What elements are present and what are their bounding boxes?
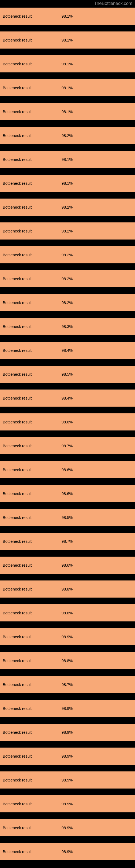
result-label: Bottleneck result	[3, 277, 61, 281]
result-value: 98.2%	[61, 133, 73, 138]
result-row: Bottleneck result98.3%	[0, 318, 135, 335]
result-value: 98.1%	[61, 38, 73, 42]
result-label: Bottleneck result	[3, 778, 61, 782]
result-label: Bottleneck result	[3, 730, 61, 735]
result-row: Bottleneck result98.5%	[0, 366, 135, 383]
result-row: Bottleneck result98.1%	[0, 79, 135, 96]
result-row: Bottleneck result98.2%	[0, 127, 135, 144]
result-value: 98.9%	[61, 849, 73, 854]
result-value: 98.9%	[61, 778, 73, 782]
result-label: Bottleneck result	[3, 682, 61, 687]
result-row: Bottleneck result98.1%	[0, 151, 135, 168]
result-row: Bottleneck result98.9%	[0, 628, 135, 645]
result-label: Bottleneck result	[3, 181, 61, 186]
result-row: Bottleneck result98.6%	[0, 557, 135, 574]
result-value: 98.4%	[61, 396, 73, 400]
result-value: 98.9%	[61, 802, 73, 806]
result-value: 98.8%	[61, 659, 73, 663]
result-row: Bottleneck result98.7%	[0, 676, 135, 693]
result-value: 98.2%	[61, 205, 73, 209]
result-value: 98.3%	[61, 324, 73, 329]
result-label: Bottleneck result	[3, 372, 61, 376]
result-label: Bottleneck result	[3, 110, 61, 114]
result-value: 98.1%	[61, 14, 73, 19]
result-label: Bottleneck result	[3, 611, 61, 615]
result-row: Bottleneck result98.4%	[0, 390, 135, 407]
result-label: Bottleneck result	[3, 444, 61, 448]
result-label: Bottleneck result	[3, 324, 61, 329]
result-label: Bottleneck result	[3, 14, 61, 19]
result-value: 98.8%	[61, 587, 73, 591]
result-row: Bottleneck result98.1%	[0, 8, 135, 25]
result-row: Bottleneck result98.8%	[0, 604, 135, 621]
result-label: Bottleneck result	[3, 635, 61, 639]
result-value: 98.5%	[61, 516, 73, 520]
page-header: TheBottleneck.com	[0, 0, 135, 8]
result-label: Bottleneck result	[3, 587, 61, 591]
result-label: Bottleneck result	[3, 826, 61, 830]
result-value: 98.9%	[61, 730, 73, 735]
result-value: 98.6%	[61, 563, 73, 567]
result-row: Bottleneck result98.6%	[0, 413, 135, 431]
site-title: TheBottleneck.com	[94, 1, 132, 6]
result-label: Bottleneck result	[3, 62, 61, 66]
result-row: Bottleneck result98.2%	[0, 246, 135, 264]
result-row: Bottleneck result98.9%	[0, 700, 135, 717]
result-label: Bottleneck result	[3, 539, 61, 544]
result-row: Bottleneck result98.9%	[0, 748, 135, 765]
result-label: Bottleneck result	[3, 706, 61, 711]
result-value: 98.9%	[61, 754, 73, 758]
result-label: Bottleneck result	[3, 253, 61, 257]
result-label: Bottleneck result	[3, 348, 61, 352]
result-label: Bottleneck result	[3, 492, 61, 496]
result-label: Bottleneck result	[3, 849, 61, 854]
result-row: Bottleneck result98.1%	[0, 103, 135, 120]
result-label: Bottleneck result	[3, 157, 61, 162]
result-label: Bottleneck result	[3, 396, 61, 400]
result-row: Bottleneck result98.9%	[0, 771, 135, 788]
result-label: Bottleneck result	[3, 563, 61, 567]
result-value: 98.1%	[61, 157, 73, 162]
result-value: 98.4%	[61, 348, 73, 352]
result-value: 98.9%	[61, 706, 73, 711]
result-row: Bottleneck result98.9%	[0, 819, 135, 836]
result-value: 98.7%	[61, 682, 73, 687]
result-row: Bottleneck result98.5%	[0, 509, 135, 526]
result-row: Bottleneck result98.1%	[0, 55, 135, 72]
result-value: 98.9%	[61, 635, 73, 639]
result-value: 98.1%	[61, 86, 73, 90]
result-label: Bottleneck result	[3, 38, 61, 42]
result-label: Bottleneck result	[3, 301, 61, 305]
result-row: Bottleneck result98.2%	[0, 270, 135, 287]
result-row: Bottleneck result98.9%	[0, 724, 135, 741]
result-value: 98.7%	[61, 444, 73, 448]
result-row: Bottleneck result98.9%	[0, 795, 135, 812]
result-value: 98.6%	[61, 492, 73, 496]
result-label: Bottleneck result	[3, 802, 61, 806]
result-label: Bottleneck result	[3, 659, 61, 663]
result-row: Bottleneck result98.2%	[0, 294, 135, 311]
result-value: 98.2%	[61, 301, 73, 305]
result-value: 98.1%	[61, 181, 73, 186]
result-label: Bottleneck result	[3, 516, 61, 520]
result-label: Bottleneck result	[3, 133, 61, 138]
result-row: Bottleneck result98.8%	[0, 581, 135, 597]
result-row: Bottleneck result98.2%	[0, 198, 135, 216]
result-row: Bottleneck result98.7%	[0, 437, 135, 454]
result-value: 98.5%	[61, 372, 73, 376]
result-value: 98.6%	[61, 468, 73, 472]
result-row: Bottleneck result98.1%	[0, 175, 135, 192]
result-value: 98.6%	[61, 420, 73, 424]
result-value: 98.2%	[61, 229, 73, 233]
result-row: Bottleneck result98.4%	[0, 342, 135, 359]
result-row: Bottleneck result98.6%	[0, 485, 135, 502]
result-value: 98.9%	[61, 826, 73, 830]
result-label: Bottleneck result	[3, 754, 61, 758]
result-label: Bottleneck result	[3, 229, 61, 233]
result-label: Bottleneck result	[3, 420, 61, 424]
result-row: Bottleneck result98.6%	[0, 461, 135, 478]
result-value: 98.7%	[61, 539, 73, 544]
result-value: 98.2%	[61, 277, 73, 281]
result-value: 98.1%	[61, 62, 73, 66]
result-row: Bottleneck result98.2%	[0, 222, 135, 240]
